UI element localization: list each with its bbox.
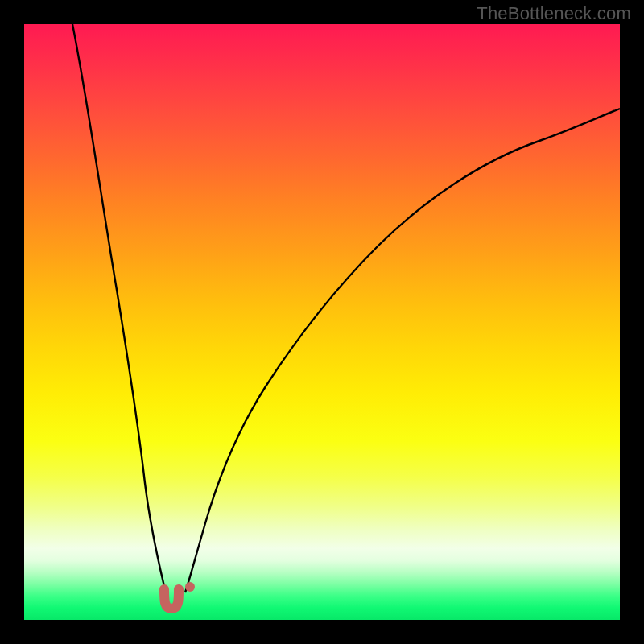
dot-marker (185, 582, 195, 592)
bottleneck-curve (24, 24, 620, 620)
chart-gradient-area (24, 24, 620, 620)
curve-left-branch (72, 24, 166, 592)
minimum-marker (164, 589, 179, 609)
curve-right-branch (185, 109, 620, 592)
watermark-text: TheBottleneck.com (477, 3, 631, 24)
